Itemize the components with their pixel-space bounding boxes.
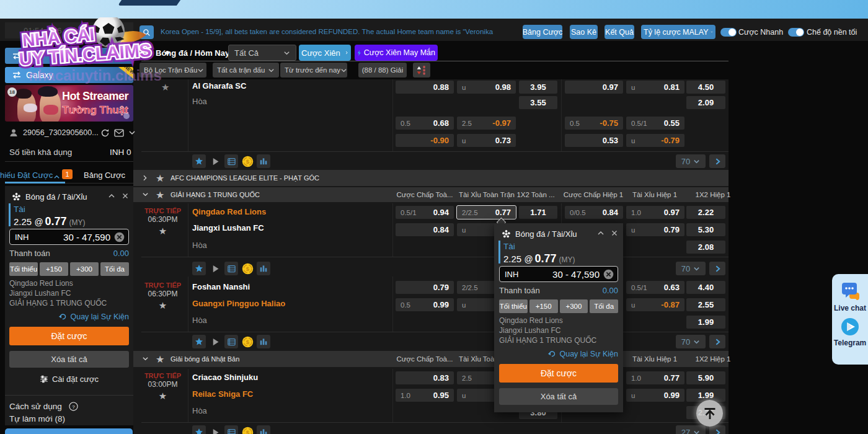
svg-text:?: ? [72,404,75,410]
svg-text:$: $ [246,339,249,345]
svg-text:$: $ [246,265,249,272]
svg-text:$: $ [246,158,249,165]
svg-text:$: $ [246,429,249,434]
